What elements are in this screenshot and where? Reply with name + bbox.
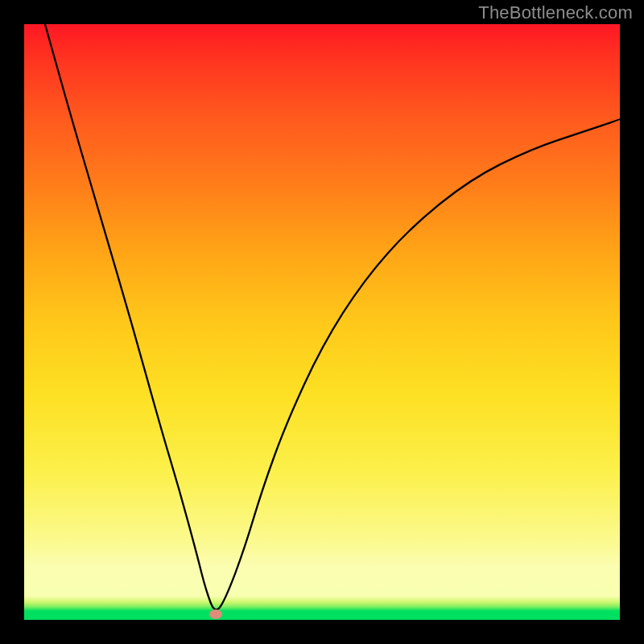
chart-frame: TheBottleneck.com — [0, 0, 644, 644]
curve-path — [45, 24, 620, 609]
optimum-marker — [209, 609, 222, 619]
bottleneck-curve — [24, 24, 620, 620]
watermark-text: TheBottleneck.com — [478, 2, 633, 23]
plot-area — [24, 24, 620, 620]
